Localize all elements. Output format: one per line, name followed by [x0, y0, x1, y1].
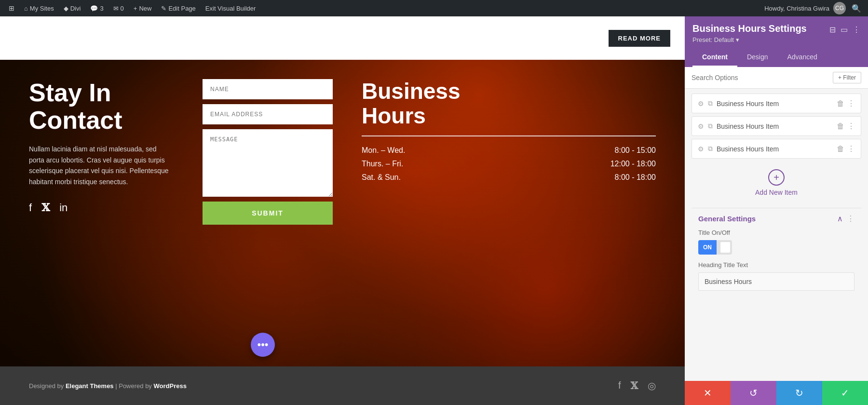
- footer-twitter-icon[interactable]: 𝕏: [630, 380, 638, 392]
- preset-label: Preset: Default: [692, 36, 734, 43]
- facebook-icon[interactable]: f: [29, 202, 32, 214]
- bh-item-label-1: Business Hours Item: [717, 122, 833, 130]
- right-panel: Business Hours Settings ⊟ ▭ ⋮ Preset: De…: [685, 16, 868, 405]
- twitter-icon[interactable]: 𝕏: [41, 202, 50, 214]
- settings-header-icons: ∧ ⋮: [837, 214, 854, 223]
- bh-divider: [362, 135, 656, 136]
- comment-bubble-icon: 💬: [90, 5, 98, 12]
- title-toggle-label: Title On/Off: [698, 229, 854, 236]
- bh-row-1: Thurs. – Fri. 12:00 - 18:00: [362, 160, 656, 168]
- general-settings-section: General Settings ∧ ⋮ Title On/Off ON: [692, 208, 861, 304]
- social-icons-group: f 𝕏 in: [29, 202, 174, 214]
- tablet-view-icon[interactable]: ⊟: [829, 25, 836, 34]
- mobile-view-icon[interactable]: ▭: [841, 25, 848, 34]
- exit-visual-builder-link[interactable]: Exit Visual Builder: [202, 0, 260, 16]
- preview-footer: Designed by Elegant Themes | Powered by …: [0, 366, 685, 405]
- messages-menu[interactable]: ✉ 0: [109, 0, 128, 16]
- panel-search-bar: + Filter: [685, 67, 868, 89]
- heading-title-label: Heading Title Text: [698, 261, 854, 269]
- plus-icon: +: [134, 5, 137, 12]
- avatar[interactable]: CG: [833, 2, 846, 14]
- settings-more-icon[interactable]: ⋮: [847, 214, 854, 223]
- tab-design[interactable]: Design: [737, 48, 778, 67]
- toggle-slider: [720, 242, 730, 253]
- add-new-item-button[interactable]: + Add New Item: [692, 162, 861, 204]
- item-settings-icon-1[interactable]: ⚙: [698, 122, 704, 130]
- item-delete-icon-1[interactable]: 🗑: [837, 122, 844, 131]
- settings-body: Title On/Off ON Heading Title Text: [692, 229, 861, 304]
- title-toggle-row: Title On/Off ON: [698, 229, 854, 255]
- search-icon[interactable]: 🔍: [850, 2, 863, 15]
- message-input[interactable]: [203, 129, 333, 197]
- wordpress-link[interactable]: WordPress: [154, 382, 187, 390]
- item-delete-icon-2[interactable]: 🗑: [837, 145, 844, 153]
- add-new-label: Add New Item: [755, 189, 798, 196]
- item-delete-icon-0[interactable]: 🗑: [837, 99, 844, 108]
- item-more-icon-2[interactable]: ⋮: [847, 144, 855, 153]
- edit-page-link[interactable]: ✎ Edit Page: [157, 0, 199, 16]
- contact-left-column: Stay InContact Nullam lacinia diam at ni…: [29, 79, 174, 214]
- save-button[interactable]: ✓: [822, 381, 868, 405]
- bh-item-row-1: ⚙ ⧉ Business Hours Item 🗑 ⋮: [692, 116, 861, 136]
- linkedin-icon[interactable]: in: [59, 202, 68, 214]
- bh-item-actions-2: 🗑 ⋮: [837, 144, 855, 153]
- item-more-icon-0[interactable]: ⋮: [847, 99, 855, 108]
- divi-icon: ◆: [64, 5, 68, 12]
- name-input[interactable]: [203, 79, 333, 99]
- add-new-circle-icon: +: [768, 169, 785, 186]
- elegant-themes-link[interactable]: Elegant Themes: [66, 382, 114, 390]
- undo-icon: ↺: [749, 387, 758, 399]
- read-more-button[interactable]: READ MORE: [609, 30, 670, 47]
- heading-title-row: Heading Title Text: [698, 261, 854, 291]
- general-settings-title: General Settings: [698, 215, 756, 223]
- title-toggle-button[interactable]: ON: [698, 240, 732, 255]
- cancel-button[interactable]: ✕: [685, 381, 731, 405]
- redo-button[interactable]: ↻: [776, 381, 822, 405]
- item-copy-icon-1[interactable]: ⧉: [708, 122, 713, 130]
- general-settings-header[interactable]: General Settings ∧ ⋮: [692, 208, 861, 229]
- bh-item-label-2: Business Hours Item: [717, 145, 833, 153]
- bh-time-2: 8:00 - 18:00: [615, 173, 656, 182]
- panel-title: Business Hours Settings: [692, 23, 807, 34]
- email-input[interactable]: [203, 104, 333, 124]
- item-settings-icon-0[interactable]: ⚙: [698, 100, 704, 108]
- collapse-icon[interactable]: ∧: [837, 214, 843, 223]
- bh-row-0: Mon. – Wed. 8:00 - 15:00: [362, 146, 656, 155]
- footer-instagram-icon[interactable]: ◎: [648, 380, 656, 392]
- my-sites-menu[interactable]: ⌂ My Sites: [20, 0, 58, 16]
- undo-button[interactable]: ↺: [731, 381, 776, 405]
- bh-item-row-0: ⚙ ⧉ Business Hours Item 🗑 ⋮: [692, 94, 861, 113]
- bh-time-1: 12:00 - 18:00: [610, 160, 656, 168]
- redo-icon: ↻: [795, 387, 803, 399]
- search-input[interactable]: [692, 74, 829, 81]
- tab-content[interactable]: Content: [692, 48, 737, 67]
- tab-advanced[interactable]: Advanced: [777, 48, 827, 67]
- footer-facebook-icon[interactable]: f: [618, 380, 621, 392]
- bh-item-label-0: Business Hours Item: [717, 100, 833, 108]
- main-area: READ MORE Stay InContact Nullam lacinia …: [0, 16, 868, 405]
- panel-preset[interactable]: Preset: Default ▾: [692, 36, 860, 43]
- item-more-icon-1[interactable]: ⋮: [847, 122, 855, 131]
- submit-button[interactable]: SUBMIT: [203, 202, 333, 225]
- panel-more-icon[interactable]: ⋮: [853, 25, 860, 34]
- new-label: New: [139, 5, 151, 12]
- new-menu[interactable]: + New: [130, 0, 156, 16]
- edit-page-label: Edit Page: [168, 5, 195, 12]
- preset-arrow-icon: ▾: [736, 36, 739, 43]
- item-copy-icon-0[interactable]: ⧉: [708, 99, 713, 108]
- panel-header: Business Hours Settings ⊟ ▭ ⋮ Preset: De…: [685, 16, 868, 67]
- heading-title-input[interactable]: [698, 272, 854, 291]
- fab-dots-icon: •••: [257, 338, 268, 351]
- comments-menu[interactable]: 💬 3: [86, 0, 107, 16]
- wp-logo-icon: ⊞: [9, 4, 14, 12]
- item-copy-icon-2[interactable]: ⧉: [708, 145, 713, 153]
- contact-form: SUBMIT: [203, 79, 333, 225]
- divi-menu[interactable]: ◆ Divi: [60, 0, 85, 16]
- contact-section: Stay InContact Nullam lacinia diam at ni…: [0, 60, 685, 405]
- website-preview: READ MORE Stay InContact Nullam lacinia …: [0, 16, 685, 405]
- filter-button[interactable]: + Filter: [833, 72, 861, 83]
- fab-button[interactable]: •••: [251, 333, 275, 357]
- message-icon: ✉: [113, 5, 119, 12]
- wordpress-icon[interactable]: ⊞: [5, 0, 18, 16]
- item-settings-icon-2[interactable]: ⚙: [698, 145, 704, 153]
